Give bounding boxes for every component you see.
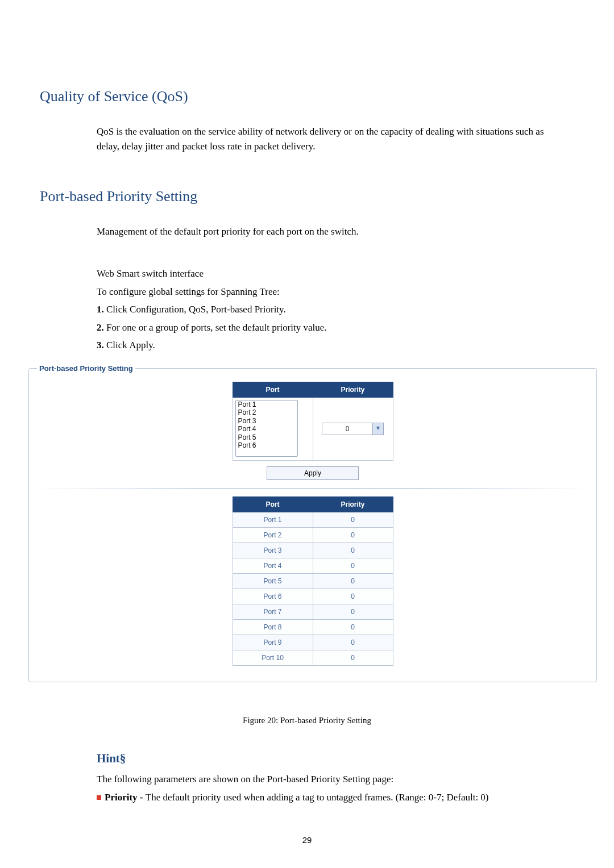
table-row: Port 10 xyxy=(233,512,393,528)
row-priority: 0 xyxy=(313,635,393,650)
step-3-text: Click Apply. xyxy=(104,340,155,350)
port-priority-heading: Port-based Priority Setting xyxy=(40,185,574,207)
port-option[interactable]: Port 5 xyxy=(236,433,297,441)
apply-button[interactable]: Apply xyxy=(267,466,359,480)
port-option[interactable]: Port 1 xyxy=(236,400,297,408)
status-col-priority: Priority xyxy=(313,497,393,512)
row-priority: 0 xyxy=(313,558,393,574)
row-port: Port 9 xyxy=(233,635,313,650)
step-1-text: Click Configuration, QoS, Port-based Pri… xyxy=(104,304,286,315)
row-priority: 0 xyxy=(313,574,393,589)
qos-paragraph: QoS is the evaluation on the service abi… xyxy=(97,124,563,153)
port-priority-panel: Port-based Priority Setting Port Priorit… xyxy=(28,363,597,683)
status-table: Port Priority Port 10Port 20Port 30Port … xyxy=(233,496,393,666)
status-col-port: Port xyxy=(233,497,313,512)
row-port: Port 8 xyxy=(233,620,313,635)
port-option[interactable]: Port 4 xyxy=(236,425,297,433)
hint-bullet-text: The default priority used when adding a … xyxy=(146,792,489,803)
step-1-number: 1. xyxy=(97,304,104,315)
priority-selected-value: 0 xyxy=(322,423,372,435)
figure-caption: Figure 20: Port-based Priority Setting xyxy=(40,714,574,727)
step-1: 1. Click Configuration, QoS, Port-based … xyxy=(97,302,563,317)
row-priority: 0 xyxy=(313,604,393,620)
table-row: Port 20 xyxy=(233,528,393,543)
row-port: Port 4 xyxy=(233,558,313,574)
row-port: Port 3 xyxy=(233,543,313,558)
table-row: Port 60 xyxy=(233,589,393,604)
row-priority: 0 xyxy=(313,650,393,666)
row-port: Port 7 xyxy=(233,604,313,620)
step-2-number: 2. xyxy=(97,322,104,333)
hint-bullet: Priority - The default priority used whe… xyxy=(97,790,563,805)
bullet-icon xyxy=(97,795,101,800)
config-col-priority: Priority xyxy=(313,382,393,398)
table-row: Port 50 xyxy=(233,574,393,589)
config-col-port: Port xyxy=(233,382,313,398)
hint-intro: The following parameters are shown on th… xyxy=(97,772,563,787)
port-multiselect[interactable]: Port 1Port 2Port 3Port 4Port 5Port 6 xyxy=(235,400,298,457)
row-port: Port 5 xyxy=(233,574,313,589)
row-port: Port 1 xyxy=(233,512,313,528)
row-priority: 0 xyxy=(313,528,393,543)
row-port: Port 2 xyxy=(233,528,313,543)
priority-select[interactable]: 0 ▾ xyxy=(322,423,384,435)
config-table: Port Priority Port 1Port 2Port 3Port 4Po… xyxy=(233,382,393,461)
row-port: Port 10 xyxy=(233,650,313,666)
panel-legend: Port-based Priority Setting xyxy=(37,363,135,374)
row-priority: 0 xyxy=(313,512,393,528)
table-row: Port 30 xyxy=(233,543,393,558)
row-port: Port 6 xyxy=(233,589,313,604)
table-row: Port 100 xyxy=(233,650,393,666)
step-3-number: 3. xyxy=(97,340,104,350)
row-priority: 0 xyxy=(313,543,393,558)
table-row: Port 80 xyxy=(233,620,393,635)
port-option[interactable]: Port 6 xyxy=(236,441,297,449)
port-option[interactable]: Port 2 xyxy=(236,408,297,416)
table-row: Port 70 xyxy=(233,604,393,620)
row-priority: 0 xyxy=(313,589,393,604)
qos-heading: Quality of Service (QoS) xyxy=(40,85,574,107)
row-priority: 0 xyxy=(313,620,393,635)
port-priority-intro: Management of the default port priority … xyxy=(97,224,563,239)
hint-bullet-label: Priority - xyxy=(105,792,146,803)
port-option[interactable]: Port 3 xyxy=(236,417,297,425)
table-row: Port 40 xyxy=(233,558,393,574)
chevron-down-icon: ▾ xyxy=(372,423,383,435)
divider xyxy=(35,488,591,489)
config-instruction: To configure global settings for Spannin… xyxy=(97,285,563,299)
step-2: 2. For one or a group of ports, set the … xyxy=(97,320,563,335)
web-smart-caption: Web Smart switch interface xyxy=(97,266,563,281)
step-2-text: For one or a group of ports, set the def… xyxy=(104,322,327,333)
table-row: Port 90 xyxy=(233,635,393,650)
step-3: 3. Click Apply. xyxy=(97,338,563,353)
page-number: 29 xyxy=(0,834,614,847)
hint-heading: Hint§ xyxy=(97,750,563,768)
